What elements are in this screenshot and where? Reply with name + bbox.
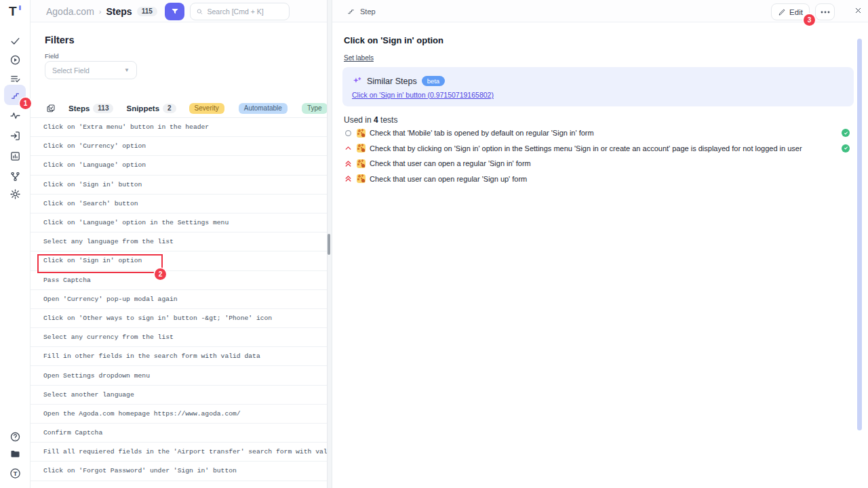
tab-steps[interactable]: Steps 113 [68, 104, 113, 113]
step-row-text: Select another language [43, 391, 134, 399]
sidebar-item-import[interactable] [4, 126, 26, 145]
filter-button[interactable] [165, 3, 184, 20]
test-title: Check that by clicking on 'Sign in' opti… [370, 144, 802, 152]
passed-check-icon [842, 129, 850, 137]
sparkles-icon [352, 76, 362, 86]
tab-snippets-count: 2 [163, 104, 176, 113]
tests-list: Check that 'Mobile' tab is opened by def… [332, 128, 868, 189]
step-row[interactable]: Fill all requiered fields in the 'Airpor… [31, 443, 327, 462]
beta-badge: beta [422, 76, 446, 86]
tab-snippets-label: Snippets [126, 104, 159, 113]
step-row[interactable]: Click on 'Sign in' button [31, 176, 327, 195]
step-title: Click on 'Sign in' option [344, 35, 443, 45]
test-emoji-icon [357, 174, 366, 183]
field-select-value: Select Field [52, 66, 90, 75]
step-row-text: Click on 'Forgot Password' under 'Sign i… [43, 467, 237, 474]
priority-highest-icon [344, 174, 353, 183]
more-options-button[interactable] [815, 3, 835, 20]
similar-steps-box: Similar Steps beta Click on 'Sign in' bu… [342, 67, 854, 106]
annotation-badge-2: 2 [155, 268, 166, 280]
priority-high-icon [344, 144, 353, 152]
check-small-icon [843, 145, 849, 151]
sidebar-item-gear[interactable] [4, 184, 26, 203]
step-detail-panel: Step Edit 3 Click on 'Sign in' option Se… [332, 0, 868, 488]
step-row[interactable]: Confirm Captcha [31, 424, 327, 443]
sidebar-item-check[interactable] [4, 31, 26, 50]
sidebar-item-folder[interactable] [4, 444, 26, 463]
edit-button-label: Edit [789, 8, 803, 16]
pencil-icon [778, 8, 786, 16]
test-emoji-icon [357, 129, 366, 138]
test-row[interactable]: Check that by clicking on 'Sign in' opti… [332, 144, 868, 153]
step-row-text: Open 'Currency' pop-up modal again [43, 296, 178, 303]
search-box[interactable] [190, 3, 290, 20]
test-row[interactable]: Check that user can open regular 'Sign u… [332, 174, 868, 184]
step-row[interactable]: Click on 'Other ways to sign in' button … [31, 309, 327, 328]
similar-step-link[interactable]: Click on 'Sign in' button (0.97150719165… [352, 91, 494, 99]
similar-steps-title: Similar Steps [367, 77, 417, 86]
logo-circle-icon: T [9, 468, 21, 479]
step-row[interactable]: Open the Agoda.com homepage https://www.… [31, 405, 327, 424]
test-row[interactable]: Check that user can open a regular 'Sign… [332, 159, 868, 168]
search-input[interactable] [207, 7, 283, 16]
double-chevron-up-icon [344, 159, 353, 168]
filters-title: Filters [45, 35, 75, 45]
step-row[interactable]: Click on 'Sign in' option [31, 251, 327, 270]
step-row[interactable]: Click on 'Language' option [31, 156, 327, 175]
step-row[interactable]: Click on 'Forgot Password' under 'Sign i… [31, 462, 327, 481]
gear-icon [9, 188, 21, 200]
test-title: Check that user can open regular 'Sign u… [370, 175, 527, 183]
help-icon [9, 431, 21, 443]
step-row-text: Open Settings dropdown menu [43, 372, 150, 380]
step-row[interactable]: Select any currency from the list [31, 328, 327, 347]
close-icon [854, 6, 863, 15]
import-icon [9, 130, 21, 142]
annotation-badge-3: 3 [804, 14, 815, 26]
steps-panel: Agoda.com › Steps 115 Filters Field Sele… [31, 0, 327, 488]
double-chevron-up-icon [344, 174, 353, 183]
step-row-text: Pass Captcha [43, 277, 91, 284]
filter-tag-severity[interactable]: Severity [189, 103, 224, 114]
ellipsis-icon [821, 11, 830, 14]
sidebar-item-report[interactable] [4, 146, 26, 165]
app-logo[interactable]: T [9, 4, 25, 20]
filter-tag-type[interactable]: Type [302, 103, 328, 114]
step-row[interactable]: Open 'Currency' pop-up modal again [31, 290, 327, 309]
step-row-text: Fill all requiered fields in the 'Airpor… [43, 448, 327, 455]
set-labels-link[interactable]: Set labels [344, 54, 374, 62]
sidebar-item-logo-circle[interactable]: T [4, 464, 26, 483]
step-row[interactable]: Click on 'Language' option in the Settin… [31, 214, 327, 232]
step-row[interactable]: Open Settings dropdown menu [31, 366, 327, 385]
breadcrumb-project[interactable]: Agoda.com [46, 6, 94, 17]
copy-check-icon[interactable] [46, 104, 56, 113]
step-row[interactable]: Click on 'Search' button [31, 195, 327, 214]
sidebar-item-branch[interactable] [4, 167, 26, 186]
steps-icon [9, 89, 21, 101]
left-header: Agoda.com › Steps 115 [31, 0, 327, 22]
step-row-text: Click on 'Language' option [43, 161, 146, 169]
step-row[interactable]: Click on 'Currency' option [31, 137, 327, 156]
step-row-text: Click on 'Other ways to sign in' button … [43, 314, 272, 322]
filter-tag-automatable[interactable]: Automatable [239, 103, 288, 114]
panel-close-button[interactable] [854, 6, 863, 15]
step-row-text: Open the Agoda.com homepage https://www.… [43, 410, 241, 418]
check-small-icon [843, 130, 849, 136]
sidebar-item-help[interactable] [4, 427, 26, 446]
sidebar-item-play-circle[interactable] [4, 50, 26, 69]
tab-snippets[interactable]: Snippets 2 [126, 104, 176, 113]
priority-highest-icon [344, 159, 353, 168]
step-row[interactable]: Select another language [31, 386, 327, 405]
tabs-row: Steps 113 Snippets 2 SeverityAutomatable… [31, 99, 327, 118]
field-select[interactable]: Select Field ▼ [45, 61, 137, 79]
steps-icon [347, 7, 355, 16]
step-row[interactable]: Pass Captcha [31, 271, 327, 290]
breadcrumb: Agoda.com › Steps 115 [46, 0, 157, 22]
report-icon [9, 150, 21, 162]
test-row[interactable]: Check that 'Mobile' tab is opened by def… [332, 128, 868, 138]
panel-header-title: Step [360, 7, 376, 16]
left-scrollbar-thumb[interactable] [328, 234, 330, 255]
step-row[interactable]: Select any language from the list [31, 232, 327, 251]
step-row[interactable]: Fill in other fields in the search form … [31, 347, 327, 366]
step-row[interactable]: Click on 'Extra menu' button in the head… [31, 118, 327, 137]
right-scrollbar-thumb[interactable] [857, 39, 862, 430]
